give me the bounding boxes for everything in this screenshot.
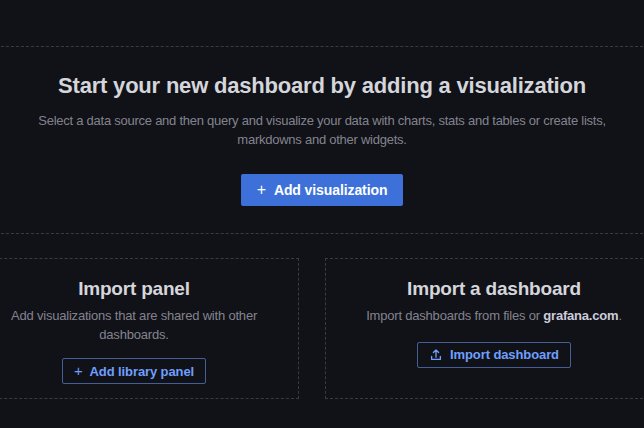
plus-icon: +	[257, 182, 266, 198]
import-dashboard-button[interactable]: Import dashboard	[417, 342, 571, 368]
import-panel-description: Add visualizations that are shared with …	[3, 307, 265, 344]
add-visualization-button-label: Add visualization	[274, 182, 387, 198]
empty-dashboard-cta-panel: Start your new dashboard by adding a vis…	[0, 46, 644, 234]
import-dashboard-button-label: Import dashboard	[450, 347, 559, 362]
import-panel-card: Import panel Add visualizations that are…	[0, 258, 299, 399]
dashboard-canvas: Start your new dashboard by adding a vis…	[0, 0, 644, 428]
grafana-com-text: grafana.com	[543, 308, 618, 323]
add-library-panel-button-label: Add library panel	[90, 364, 195, 379]
upload-icon	[429, 348, 443, 362]
page-title: Start your new dashboard by adding a vis…	[58, 71, 586, 101]
plus-icon: +	[74, 363, 83, 378]
import-panel-title: Import panel	[78, 276, 190, 301]
import-dashboard-description: Import dashboards from files or grafana.…	[366, 307, 622, 326]
add-visualization-button[interactable]: + Add visualization	[241, 174, 404, 206]
import-dashboard-card: Import a dashboard Import dashboards fro…	[325, 258, 644, 399]
import-dashboard-description-prefix: Import dashboards from files or	[366, 308, 543, 323]
add-library-panel-button[interactable]: + Add library panel	[62, 358, 206, 384]
import-dashboard-title: Import a dashboard	[407, 276, 581, 301]
import-dashboard-description-suffix: .	[618, 308, 621, 323]
empty-dashboard-description: Select a data source and then query and …	[22, 112, 622, 149]
